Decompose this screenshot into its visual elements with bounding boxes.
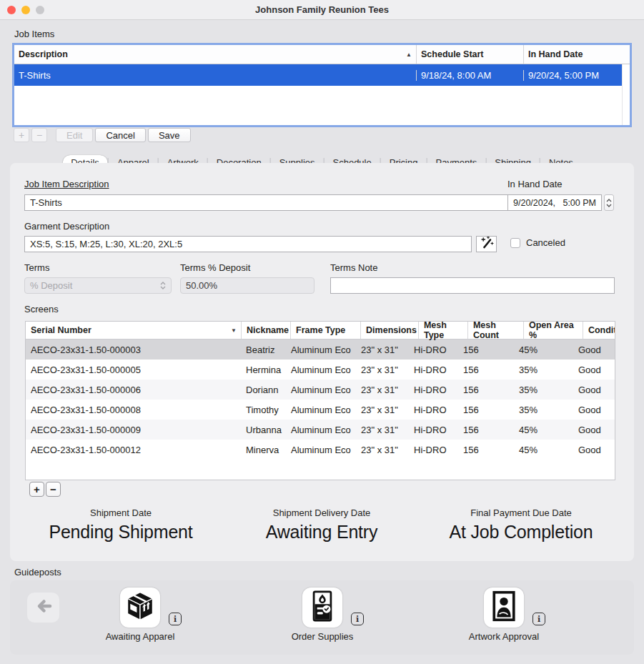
job-items-toolbar: + − Edit Cancel Save: [14, 128, 191, 142]
sort-descending-icon: ▼: [231, 327, 237, 334]
table-row[interactable]: AECO-23x31-1.50-000003Beatriz Aluminum E…: [26, 340, 615, 360]
stepper-down-icon: [606, 204, 612, 207]
back-arrow-icon: [35, 599, 52, 616]
final-payment-status: Final Payment Due Date At Job Completion: [414, 507, 628, 542]
screens-toolbar: + −: [29, 482, 61, 497]
job-item-description-label[interactable]: Job Item Description: [24, 179, 109, 189]
job-items-row-selected[interactable]: T-Shirts 9/18/24, 8:00 AM 9/20/24, 5:00 …: [14, 64, 622, 86]
framed-portrait-icon: [488, 590, 520, 625]
cancel-button[interactable]: Cancel: [95, 128, 145, 142]
in-hand-date-label: In Hand Date: [507, 179, 563, 189]
screens-col-open-area[interactable]: Open Area %: [523, 322, 583, 339]
job-items-header: Description ▲ Schedule Start In Hand Dat…: [14, 45, 630, 64]
table-row[interactable]: AECO-23x31-1.50-000005Hermina Aluminum E…: [26, 360, 615, 380]
shipment-date-label: Shipment Date: [14, 507, 228, 518]
terms-pct-deposit-label: Terms % Deposit: [180, 262, 250, 273]
screens-col-dimensions[interactable]: Dimensions: [360, 322, 418, 339]
garment-description-input[interactable]: XS:5, S:15, M:25, L:30, XL:20, 2XL:5: [24, 236, 472, 252]
canceled-checkbox[interactable]: [510, 238, 520, 248]
table-row[interactable]: AECO-23x31-1.50-000006Doriann Aluminum E…: [26, 380, 615, 400]
job-items-col-schedule-start[interactable]: Schedule Start: [416, 45, 523, 64]
in-hand-date-input[interactable]: 9/20/2024, 5:00 PM: [507, 194, 602, 211]
guideposts-label: Guideposts: [14, 567, 61, 578]
garment-description-label: Garment Description: [24, 221, 109, 232]
job-items-scrollbar[interactable]: [622, 64, 630, 125]
canceled-label: Canceled: [526, 237, 565, 248]
back-button[interactable]: [27, 593, 59, 623]
in-hand-date-stepper[interactable]: [604, 194, 614, 211]
order-supplies-label: Order Supplies: [251, 631, 394, 642]
screens-col-frame-type[interactable]: Frame Type: [290, 322, 360, 339]
artwork-approval-label: Artwork Approval: [432, 631, 575, 642]
edit-button[interactable]: Edit: [56, 128, 93, 142]
sort-ascending-icon: ▲: [406, 51, 412, 58]
zoom-window-icon: [36, 6, 44, 14]
stepper-up-icon: [606, 199, 612, 202]
job-item-in-hand-cell: 9/20/24, 5:00 PM: [523, 70, 622, 81]
table-row[interactable]: AECO-23x31-1.50-000009Urbanna Aluminum E…: [26, 420, 615, 440]
screens-table: Serial Number ▼ Nickname Frame Type Dime…: [25, 321, 615, 480]
screens-header: Serial Number ▼ Nickname Frame Type Dime…: [26, 322, 615, 340]
screens-label: Screens: [24, 304, 59, 314]
autofill-garment-button[interactable]: [476, 236, 497, 252]
close-window-icon[interactable]: [7, 6, 16, 14]
table-row[interactable]: AECO-23x31-1.50-000008Timothy Aluminum E…: [26, 400, 615, 420]
remove-job-item-button[interactable]: −: [31, 128, 47, 142]
terms-pct-deposit-field: 50.00%: [180, 277, 314, 294]
shipment-delivery-label: Shipment Delivery Date: [214, 507, 429, 518]
screens-col-nickname[interactable]: Nickname: [241, 322, 290, 339]
remove-screen-button[interactable]: −: [46, 482, 61, 497]
screens-col-serial[interactable]: Serial Number ▼: [26, 322, 241, 339]
shipment-date-value: Pending Shipment: [14, 522, 228, 542]
shipment-date-status: Shipment Date Pending Shipment: [14, 507, 228, 542]
terms-note-input[interactable]: [330, 277, 615, 294]
job-items-col-description[interactable]: Description ▲: [14, 45, 416, 64]
details-panel: Job Item Description T-Shirts In Hand Da…: [10, 163, 634, 561]
job-item-description-cell: T-Shirts: [14, 70, 416, 81]
add-job-item-button[interactable]: +: [14, 128, 29, 142]
save-button[interactable]: Save: [148, 128, 191, 142]
final-payment-label: Final Payment Due Date: [414, 507, 628, 518]
job-item-schedule-start-cell: 9/18/24, 8:00 AM: [416, 70, 523, 81]
guideposts-panel: i Awaiting Apparel i Order Supplies: [10, 580, 634, 655]
awaiting-apparel-label: Awaiting Apparel: [69, 631, 212, 642]
job-item-description-input[interactable]: T-Shirts: [24, 194, 544, 211]
dropdown-chevrons-icon: [160, 282, 166, 289]
minimize-window-icon[interactable]: [21, 6, 30, 14]
info-icon[interactable]: i: [351, 613, 364, 625]
screens-col-mesh-count[interactable]: Mesh Count: [467, 322, 523, 339]
app-window: { "window": { "title": "Johnson Family R…: [0, 0, 644, 664]
magic-wand-icon: [480, 237, 494, 252]
info-icon[interactable]: i: [532, 613, 545, 625]
shipment-delivery-value: Awaiting Entry: [214, 522, 429, 542]
order-supplies-button[interactable]: [302, 588, 342, 628]
info-icon[interactable]: i: [169, 613, 182, 625]
table-row[interactable]: AECO-23x31-1.50-000012Minerva Aluminum E…: [26, 440, 615, 460]
package-box-icon: [124, 590, 156, 625]
job-items-label: Job Items: [14, 29, 54, 39]
supplies-label-icon: [307, 590, 338, 625]
job-items-table: Description ▲ Schedule Start In Hand Dat…: [12, 43, 632, 127]
shipment-delivery-status: Shipment Delivery Date Awaiting Entry: [214, 507, 429, 542]
job-items-col-in-hand-date[interactable]: In Hand Date: [523, 45, 630, 64]
screens-col-mesh-type[interactable]: Mesh Type: [418, 322, 467, 339]
terms-note-label: Terms Note: [330, 262, 377, 273]
awaiting-apparel-button[interactable]: [120, 588, 160, 628]
screens-col-condition[interactable]: Condition: [583, 322, 615, 339]
terms-label: Terms: [24, 262, 49, 273]
terms-dropdown: % Deposit: [24, 277, 172, 294]
window-title: Johnson Family Reunion Tees: [255, 4, 389, 15]
title-bar: Johnson Family Reunion Tees: [0, 0, 644, 20]
add-screen-button[interactable]: +: [29, 482, 44, 497]
final-payment-value: At Job Completion: [414, 522, 628, 542]
artwork-approval-button[interactable]: [484, 588, 524, 628]
window-controls: [7, 6, 44, 14]
